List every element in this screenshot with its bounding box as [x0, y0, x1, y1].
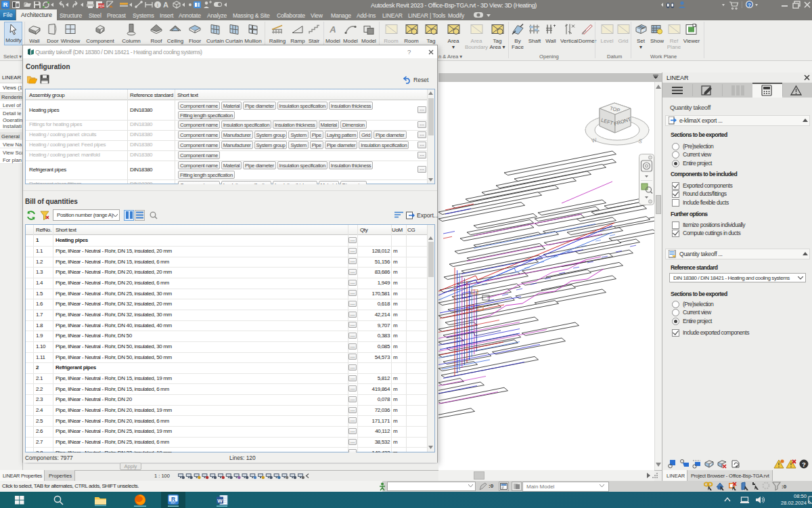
svg-text:i: i: [157, 2, 158, 8]
svg-text:A: A: [163, 1, 168, 9]
svg-text:?: ?: [802, 461, 806, 468]
svg-text:R: R: [171, 496, 175, 503]
svg-text:RVT: RVT: [171, 502, 177, 505]
svg-text:S: S: [638, 138, 643, 145]
svg-text:PDF: PDF: [98, 4, 105, 8]
svg-text:A: A: [329, 24, 336, 35]
svg-text::0: :0: [782, 484, 787, 490]
svg-text:W: W: [217, 498, 223, 504]
svg-text:R: R: [3, 1, 8, 8]
svg-text:?: ?: [748, 2, 751, 8]
